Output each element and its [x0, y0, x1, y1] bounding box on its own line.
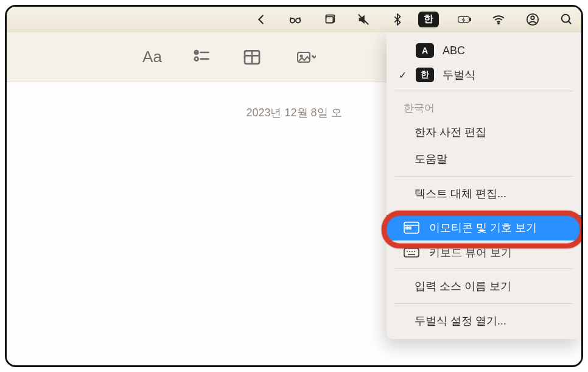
- search-icon[interactable]: [558, 11, 575, 28]
- keyboard-viewer-label: 키보드 뷰어 보기: [429, 245, 512, 260]
- table-button[interactable]: [239, 44, 265, 70]
- input-dubeolsik-item[interactable]: ✓ 한 두벌식: [387, 63, 581, 87]
- checklist-button[interactable]: [189, 44, 215, 70]
- checkmark-icon: ✓: [397, 69, 407, 81]
- korean-section-header: 한국어: [387, 95, 581, 119]
- dubeolsik-label: 두벌식: [443, 68, 570, 82]
- open-settings-item[interactable]: 두벌식 설정 열기...: [387, 307, 581, 334]
- battery-charging-icon[interactable]: [456, 11, 473, 28]
- svg-line-10: [569, 21, 572, 24]
- svg-point-9: [562, 14, 570, 22]
- windows-icon[interactable]: [321, 11, 338, 28]
- svg-rect-22: [406, 227, 408, 229]
- hanja-dictionary-item[interactable]: 한자 사전 편집: [387, 119, 581, 146]
- text-replacement-item[interactable]: 텍스트 대체 편집...: [387, 180, 581, 207]
- keyboard-viewer-item[interactable]: 키보드 뷰어 보기: [387, 240, 581, 265]
- back-chevron-icon[interactable]: [253, 11, 270, 28]
- svg-point-13: [195, 57, 198, 60]
- text-style-button[interactable]: Aa: [139, 44, 165, 70]
- media-button[interactable]: [289, 44, 323, 70]
- wifi-icon[interactable]: [490, 11, 507, 28]
- emoji-symbols-label: 이모티콘 및 기호 보기: [429, 220, 537, 235]
- menu-separator: [395, 176, 573, 177]
- user-icon[interactable]: [524, 11, 541, 28]
- abc-badge-icon: A: [416, 43, 434, 58]
- menu-separator: [395, 303, 573, 304]
- svg-rect-23: [409, 227, 411, 229]
- menu-separator: [395, 211, 573, 211]
- system-menubar: 한: [7, 7, 581, 32]
- svg-point-6: [498, 23, 499, 24]
- input-abc-item[interactable]: A ABC: [387, 38, 581, 63]
- window-frame: 한 Aa 2023년 12월 8일 오: [5, 5, 583, 367]
- input-source-menu: A ABC ✓ 한 두벌식 한국어 한자 사전 편집 도움말 텍스트 대체 편집…: [387, 32, 581, 339]
- svg-rect-24: [404, 248, 419, 257]
- mute-icon[interactable]: [355, 11, 372, 28]
- keyboard-icon: [404, 246, 419, 259]
- svg-point-19: [301, 55, 303, 57]
- emoji-symbols-item[interactable]: 이모티콘 및 기호 보기: [387, 215, 581, 240]
- menu-separator: [395, 91, 573, 91]
- character-viewer-icon: [404, 221, 419, 234]
- input-source-badge[interactable]: 한: [418, 12, 439, 27]
- menu-separator: [395, 268, 573, 269]
- bluetooth-icon[interactable]: [389, 11, 406, 28]
- han-badge-icon: 한: [416, 68, 434, 82]
- glasses-icon[interactable]: [287, 11, 304, 28]
- abc-label: ABC: [443, 44, 570, 57]
- svg-point-8: [531, 16, 534, 19]
- show-input-name-item[interactable]: 입력 소스 이름 보기: [387, 273, 581, 300]
- svg-rect-5: [470, 18, 471, 21]
- help-item[interactable]: 도움말: [387, 146, 581, 172]
